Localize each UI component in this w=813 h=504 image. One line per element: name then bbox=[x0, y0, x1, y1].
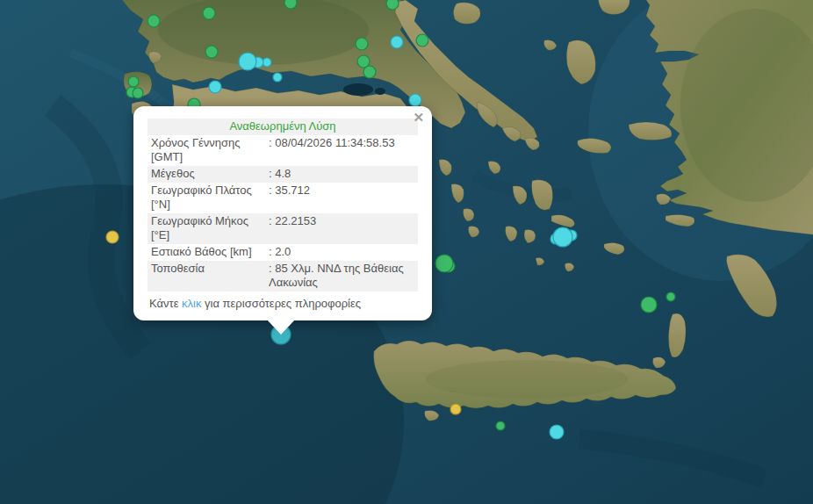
earthquake-marker[interactable] bbox=[666, 292, 675, 301]
earthquake-marker[interactable] bbox=[363, 66, 376, 78]
popup-title: Αναθεωρημένη Λύση bbox=[147, 119, 418, 135]
row-origin-time: Χρόνος Γέννησης [GMT] : 08/04/2026 11:34… bbox=[147, 135, 418, 166]
earthquake-marker[interactable] bbox=[496, 421, 505, 430]
earthquake-marker[interactable] bbox=[450, 404, 461, 414]
earthquake-marker[interactable] bbox=[550, 425, 564, 439]
row-longitude: Γεωγραφικό Μήκος [°E] : 22.2153 bbox=[147, 213, 418, 244]
row-latitude: Γεωγραφικό Πλάτος [°N] : 35.712 bbox=[147, 183, 418, 213]
earthquake-marker[interactable] bbox=[553, 227, 572, 247]
earthquake-marker[interactable] bbox=[205, 46, 218, 58]
earthquake-marker[interactable] bbox=[147, 15, 160, 27]
klik-link[interactable]: κλικ bbox=[182, 297, 201, 310]
earthquake-marker[interactable] bbox=[209, 81, 221, 93]
close-icon[interactable]: ✕ bbox=[413, 111, 424, 124]
earthquake-marker[interactable] bbox=[133, 88, 143, 98]
row-magnitude: Μέγεθος : 4.8 bbox=[147, 166, 418, 183]
earthquake-marker[interactable] bbox=[106, 231, 119, 243]
earthquake-marker[interactable] bbox=[435, 255, 453, 272]
popup-table: Χρόνος Γέννησης [GMT] : 08/04/2026 11:34… bbox=[147, 135, 418, 292]
map-viewport[interactable]: ✕ Αναθεωρημένη Λύση Χρόνος Γέννησης [GMT… bbox=[0, 0, 813, 504]
earthquake-marker[interactable] bbox=[239, 53, 256, 70]
earthquake-marker[interactable] bbox=[273, 73, 282, 82]
earthquake-popup: ✕ Αναθεωρημένη Λύση Χρόνος Γέννησης [GMT… bbox=[133, 106, 432, 320]
earthquake-marker[interactable] bbox=[128, 76, 139, 87]
earthquake-marker[interactable] bbox=[386, 0, 399, 10]
row-location: Τοποθεσία : 85 Χλμ. ΝΝΔ της Βάθειας Λακω… bbox=[147, 261, 418, 292]
earthquake-marker[interactable] bbox=[641, 297, 657, 313]
earthquake-marker[interactable] bbox=[409, 94, 421, 106]
popup-footer: Κάντε κλικ για περισσότερες πληροφορίες bbox=[147, 297, 418, 313]
earthquake-marker[interactable] bbox=[356, 38, 368, 50]
earthquake-marker[interactable] bbox=[416, 34, 428, 47]
earthquake-marker[interactable] bbox=[284, 0, 297, 9]
earthquake-marker[interactable] bbox=[391, 36, 403, 48]
row-depth: Εστιακό Βάθος [km] : 2.0 bbox=[147, 244, 418, 261]
earthquake-marker[interactable] bbox=[203, 7, 215, 19]
